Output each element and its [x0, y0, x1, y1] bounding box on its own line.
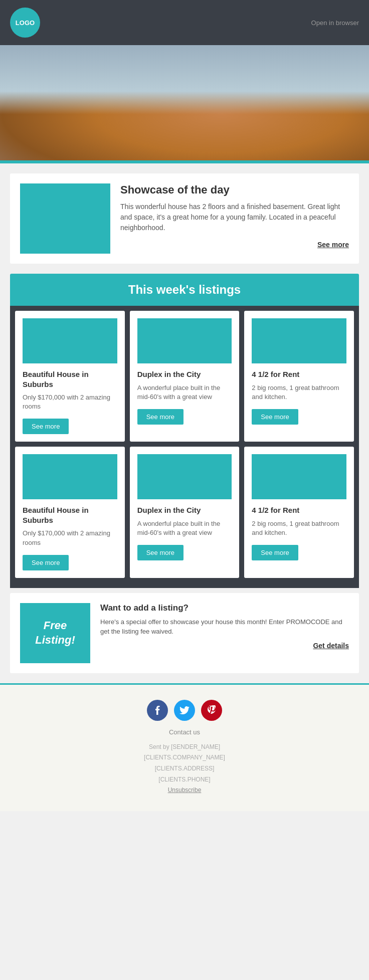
footer-address: [CLIENTS.ADDRESS] — [10, 763, 359, 774]
listing-desc-2-1: Only $170,000 with 2 amazing rooms — [23, 529, 117, 547]
header: LOGO Open in browser — [0, 0, 369, 45]
footer: Contact us Sent by [SENDER_NAME] [CLIENT… — [0, 683, 369, 811]
listing-btn-2-3[interactable]: See more — [252, 545, 298, 560]
logo: LOGO — [10, 8, 40, 38]
listings-row-1: Beautiful House in Suburbs Only $170,000… — [15, 311, 354, 442]
hero-image — [0, 45, 369, 160]
free-listing-section: Free Listing! Want to add a listing? Her… — [10, 593, 359, 673]
listings-row-2: Beautiful House in Suburbs Only $170,000… — [15, 447, 354, 577]
showcase-section: Showcase of the day This wonderful house… — [10, 173, 359, 264]
hero-building — [0, 45, 369, 160]
listing-btn-1-1[interactable]: See more — [23, 419, 69, 434]
listing-btn-2-2[interactable]: See more — [137, 545, 183, 560]
showcase-inner: Showcase of the day This wonderful house… — [20, 183, 349, 254]
listing-title-2-1: Beautiful House in Suburbs — [23, 505, 117, 525]
listing-desc-1-2: A wonderful place built in the mid-60's … — [137, 383, 232, 402]
listing-card-2-2: Duplex in the City A wonderful place bui… — [130, 447, 240, 577]
listing-image-1-1 — [23, 318, 117, 363]
listings-section: This week's listings Beautiful House in … — [10, 274, 359, 588]
showcase-content: Showcase of the day This wonderful house… — [120, 183, 349, 249]
facebook-icon[interactable] — [147, 700, 168, 721]
listing-card-1-3: 4 1/2 for Rent 2 big rooms, 1 great bath… — [244, 311, 354, 442]
listing-title-2-3: 4 1/2 for Rent — [252, 505, 346, 515]
free-listing-content: Want to add a listing? Here's a special … — [100, 603, 349, 650]
listing-btn-1-3[interactable]: See more — [252, 409, 298, 425]
footer-info: Sent by [SENDER_NAME] [CLIENTS.COMPANY_N… — [10, 742, 359, 796]
listing-image-1-3 — [252, 318, 346, 363]
free-listing-image: Free Listing! — [20, 603, 90, 663]
listing-image-2-3 — [252, 454, 346, 499]
listing-image-2-1 — [23, 454, 117, 499]
listing-desc-2-2: A wonderful place built in the mid-60's … — [137, 519, 232, 537]
listings-grid: Beautiful House in Suburbs Only $170,000… — [10, 306, 359, 588]
listings-header-text: This week's listings — [128, 283, 241, 296]
listing-card-2-1: Beautiful House in Suburbs Only $170,000… — [15, 447, 125, 577]
logo-text: LOGO — [16, 19, 35, 27]
email-wrapper: LOGO Open in browser Showcase of the day… — [0, 0, 369, 980]
free-listing-description: Here's a special offer to showcase your … — [100, 617, 349, 637]
listing-card-1-1: Beautiful House in Suburbs Only $170,000… — [15, 311, 125, 442]
showcase-description: This wonderful house has 2 floors and a … — [120, 202, 349, 233]
free-listing-title: Want to add a listing? — [100, 603, 349, 613]
listing-desc-1-3: 2 big rooms, 1 great bathroom and kitche… — [252, 383, 346, 402]
get-details-link[interactable]: Get details — [100, 642, 349, 650]
listing-card-1-2: Duplex in the City A wonderful place bui… — [130, 311, 240, 442]
listing-card-2-3: 4 1/2 for Rent 2 big rooms, 1 great bath… — [244, 447, 354, 577]
open-in-browser-link[interactable]: Open in browser — [311, 19, 359, 27]
listing-desc-2-3: 2 big rooms, 1 great bathroom and kitche… — [252, 519, 346, 537]
listing-btn-2-1[interactable]: See more — [23, 555, 69, 570]
listing-title-1-2: Duplex in the City — [137, 369, 232, 379]
social-icons — [10, 700, 359, 721]
listing-title-1-3: 4 1/2 for Rent — [252, 369, 346, 379]
twitter-icon[interactable] — [174, 700, 195, 721]
footer-company: [CLIENTS.COMPANY_NAME] — [10, 752, 359, 763]
unsubscribe-link[interactable]: Unsubscribe — [10, 785, 359, 796]
listing-image-2-2 — [137, 454, 232, 499]
contact-us-text[interactable]: Contact us — [10, 728, 359, 736]
listing-title-1-1: Beautiful House in Suburbs — [23, 369, 117, 389]
showcase-image — [20, 183, 110, 254]
teal-accent-bar — [0, 160, 369, 163]
listing-btn-1-2[interactable]: See more — [137, 409, 183, 425]
listing-title-2-2: Duplex in the City — [137, 505, 232, 515]
showcase-see-more-link[interactable]: See more — [120, 241, 349, 249]
footer-phone: [CLIENTS.PHONE] — [10, 774, 359, 786]
listing-desc-1-1: Only $170,000 with 2 amazing rooms — [23, 393, 117, 411]
free-listing-image-text: Free Listing! — [25, 619, 85, 647]
listing-image-1-2 — [137, 318, 232, 363]
pinterest-icon[interactable] — [201, 700, 222, 721]
footer-sent-by: Sent by [SENDER_NAME] — [10, 742, 359, 753]
showcase-title: Showcase of the day — [120, 183, 349, 197]
listings-header: This week's listings — [10, 274, 359, 306]
